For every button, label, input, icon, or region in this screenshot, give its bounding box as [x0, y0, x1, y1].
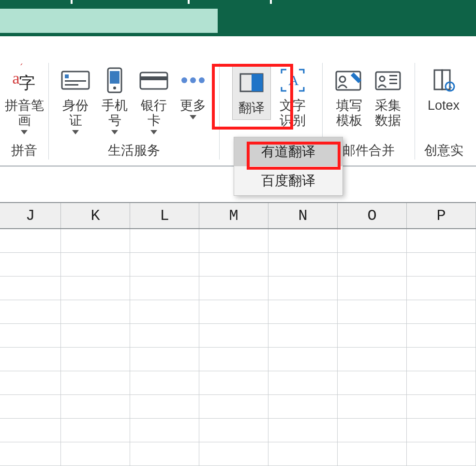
dropdown-item-youdao[interactable]: 有道翻译 [234, 137, 342, 166]
cell[interactable] [407, 300, 476, 323]
fill-template-button[interactable]: 填写 模板 [332, 65, 366, 128]
cell[interactable] [199, 419, 268, 442]
cell[interactable] [130, 229, 199, 252]
cell[interactable] [338, 277, 407, 300]
cell[interactable] [0, 253, 61, 276]
cell[interactable] [407, 442, 476, 466]
id-card-button[interactable]: 身份 证 [58, 65, 93, 134]
cell[interactable] [268, 395, 338, 418]
more-label: 更多 [180, 98, 206, 119]
cell[interactable] [407, 395, 476, 418]
cell[interactable] [338, 324, 407, 347]
cell[interactable] [0, 348, 61, 371]
cell[interactable] [407, 324, 476, 347]
translate-button[interactable]: 翻译 [232, 65, 271, 120]
phone-icon [105, 65, 124, 95]
collect-data-button[interactable]: 采集 数据 [371, 65, 405, 128]
bank-card-label: 银行 卡 [141, 98, 167, 134]
cell[interactable] [130, 277, 199, 300]
cell[interactable] [407, 348, 476, 371]
ocr-button[interactable]: A 文字 识别 [276, 65, 310, 128]
cell[interactable] [268, 253, 338, 276]
cell[interactable] [130, 253, 199, 276]
cell[interactable] [61, 324, 130, 347]
column-header[interactable]: P [407, 203, 476, 228]
cell[interactable] [407, 253, 476, 276]
bank-card-button[interactable]: 银行 卡 [136, 65, 171, 134]
cell[interactable] [268, 442, 338, 466]
cell[interactable] [268, 419, 338, 442]
pinyin-strokes-button[interactable]: ˊ a字 拼音笔 画 [2, 65, 47, 134]
cell[interactable] [130, 442, 199, 466]
cell[interactable] [199, 300, 268, 323]
dropdown-item-baidu[interactable]: 百度翻译 [234, 166, 342, 195]
cell[interactable] [130, 395, 199, 418]
column-header[interactable]: L [130, 203, 199, 228]
cell[interactable] [199, 371, 268, 394]
cell[interactable] [199, 253, 268, 276]
cell[interactable] [199, 277, 268, 300]
grid-row [0, 300, 476, 324]
cell[interactable] [0, 277, 61, 300]
column-header[interactable]: O [338, 203, 407, 228]
cell[interactable] [0, 419, 61, 442]
cell[interactable] [268, 277, 338, 300]
cell[interactable] [407, 229, 476, 252]
cell[interactable] [268, 348, 338, 371]
cell[interactable] [61, 277, 130, 300]
cell[interactable] [338, 300, 407, 323]
cell[interactable] [338, 348, 407, 371]
cell[interactable] [0, 371, 61, 394]
cell[interactable] [0, 324, 61, 347]
cell[interactable] [199, 395, 268, 418]
cell[interactable] [0, 229, 61, 252]
cell[interactable] [61, 395, 130, 418]
cell[interactable] [199, 348, 268, 371]
svg-point-10 [190, 77, 196, 83]
cell[interactable] [338, 419, 407, 442]
cell[interactable] [61, 300, 130, 323]
cell[interactable] [61, 371, 130, 394]
spreadsheet[interactable]: JKLMNOP [0, 202, 476, 466]
cell[interactable] [407, 371, 476, 394]
cell[interactable] [130, 324, 199, 347]
cell[interactable] [61, 348, 130, 371]
cell[interactable] [199, 442, 268, 466]
cell[interactable] [199, 324, 268, 347]
cell[interactable] [130, 300, 199, 323]
cell[interactable] [130, 348, 199, 371]
phone-button[interactable]: 手机 号 [98, 65, 132, 134]
cell[interactable] [268, 371, 338, 394]
cell[interactable] [0, 395, 61, 418]
svg-text:A: A [288, 72, 299, 88]
cell[interactable] [268, 229, 338, 252]
cell[interactable] [268, 324, 338, 347]
cell[interactable] [61, 419, 130, 442]
cell[interactable] [407, 277, 476, 300]
cell[interactable] [199, 229, 268, 252]
cell[interactable] [0, 442, 61, 466]
column-header[interactable]: N [268, 203, 338, 228]
more-button[interactable]: 更多 [176, 65, 210, 119]
column-header[interactable]: J [0, 203, 61, 228]
cell[interactable] [130, 371, 199, 394]
cell[interactable] [0, 300, 61, 323]
cell[interactable] [407, 419, 476, 442]
cell[interactable] [338, 253, 407, 276]
cell[interactable] [61, 442, 130, 466]
more-icon [179, 65, 207, 95]
cell[interactable] [61, 229, 130, 252]
svg-rect-3 [65, 84, 78, 86]
column-header[interactable]: M [199, 203, 268, 228]
lotex-button[interactable]: Lotex [425, 65, 462, 113]
cell[interactable] [338, 371, 407, 394]
grid-row [0, 324, 476, 348]
svg-rect-2 [65, 80, 86, 82]
cell[interactable] [268, 300, 338, 323]
cell[interactable] [338, 395, 407, 418]
cell[interactable] [338, 229, 407, 252]
cell[interactable] [130, 419, 199, 442]
cell[interactable] [61, 253, 130, 276]
cell[interactable] [338, 442, 407, 466]
column-header[interactable]: K [61, 203, 130, 228]
